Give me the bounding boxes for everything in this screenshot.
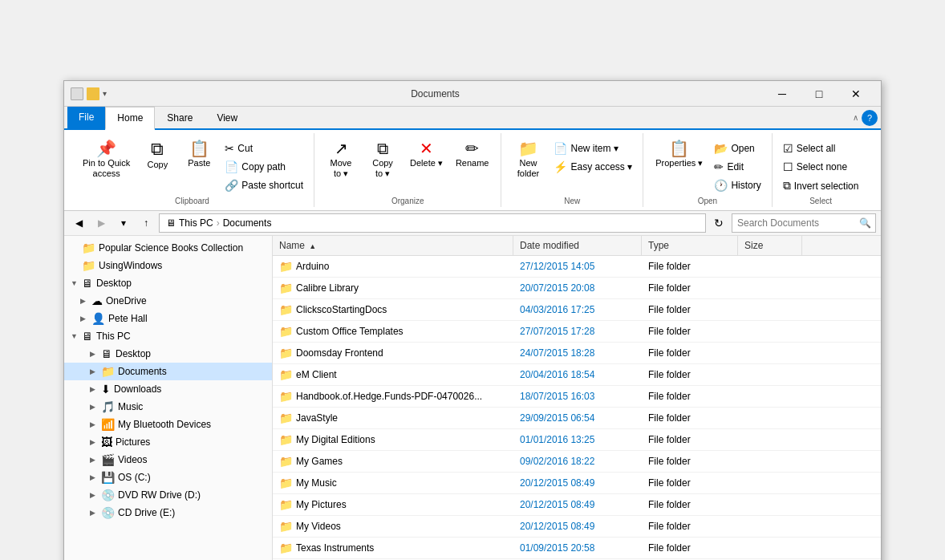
paste-button[interactable]: 📋 Paste bbox=[179, 136, 219, 172]
open-buttons: 📋 Properties ▾ 📂 Open ✏ Edit 🕐 History bbox=[650, 133, 765, 195]
expand-icon: ▶ bbox=[90, 473, 99, 481]
nav-label: Videos bbox=[118, 454, 147, 465]
nav-item-downloads[interactable]: ▶ ⬇ Downloads bbox=[64, 380, 272, 398]
folder-icon: 📁 bbox=[101, 365, 115, 378]
properties-button[interactable]: 📋 Properties ▾ bbox=[650, 136, 708, 172]
table-row[interactable]: 📁 Calibre Library 20/07/2015 20:08 File … bbox=[273, 278, 881, 299]
close-button[interactable]: ✕ bbox=[838, 81, 874, 107]
tab-file[interactable]: File bbox=[67, 107, 105, 128]
table-row[interactable]: 📁 eM Client 20/04/2016 18:54 File folder bbox=[273, 364, 881, 386]
table-row[interactable]: 📁 Doomsday Frontend 24/07/2015 18:28 Fil… bbox=[273, 343, 881, 364]
new-item-button[interactable]: 📄 New item ▾ bbox=[550, 140, 636, 157]
table-row[interactable]: 📁 Arduino 27/12/2015 14:05 File folder bbox=[273, 256, 881, 278]
invert-selection-button[interactable]: ⧉ Invert selection bbox=[779, 177, 863, 195]
table-row[interactable]: 📁 Texas Instruments 01/09/2015 20:58 Fil… bbox=[273, 538, 881, 559]
nav-item-desktop-root[interactable]: ▼ 🖥 Desktop bbox=[64, 274, 272, 292]
expand-icon: ▶ bbox=[80, 314, 90, 323]
select-all-button[interactable]: ☑ Select all bbox=[779, 140, 863, 157]
history-button[interactable]: 🕐 History bbox=[710, 177, 765, 194]
table-row[interactable]: 📁 My Games 09/02/2016 18:22 File folder bbox=[273, 451, 881, 473]
nav-item-videos[interactable]: ▶ 🎬 Videos bbox=[64, 451, 272, 469]
edit-button[interactable]: ✏ Edit bbox=[710, 158, 765, 176]
column-header-date[interactable]: Date modified bbox=[513, 236, 642, 255]
table-row[interactable]: 📁 My Digital Editions 01/01/2016 13:25 F… bbox=[273, 429, 881, 451]
address-path[interactable]: 🖥 This PC › Documents bbox=[159, 213, 706, 233]
tab-home[interactable]: Home bbox=[105, 107, 155, 130]
ribbon-group-clipboard: 📌 Pin to Quickaccess ⧉ Copy 📋 Paste ✂ Cu… bbox=[71, 133, 314, 207]
file-name-cell: 📁 Custom Office Templates bbox=[273, 323, 513, 340]
ribbon-collapse-icon[interactable]: ∧ bbox=[853, 113, 858, 122]
column-header-name[interactable]: Name ▲ bbox=[273, 236, 513, 255]
tab-view[interactable]: View bbox=[205, 107, 249, 128]
file-name-cell: 📁 Calibre Library bbox=[273, 279, 513, 297]
nav-label: Pete Hall bbox=[108, 313, 148, 324]
path-icon: 🖥 bbox=[166, 217, 176, 229]
table-row[interactable]: 📁 My Videos 20/12/2015 08:49 File folder bbox=[273, 516, 881, 538]
table-row[interactable]: 📁 Custom Office Templates 27/07/2015 17:… bbox=[273, 321, 881, 343]
rename-button[interactable]: ✏ Rename bbox=[450, 136, 495, 172]
nav-item-using-windows[interactable]: 📁 UsingWindows bbox=[64, 257, 272, 274]
open-small-buttons: 📂 Open ✏ Edit 🕐 History bbox=[710, 136, 765, 194]
nav-item-desktop-sub[interactable]: ▶ 🖥 Desktop bbox=[64, 345, 272, 363]
table-row[interactable]: 📁 Handbook.of.Hedge.Funds-PDF-0470026...… bbox=[273, 386, 881, 408]
properties-label: Properties ▾ bbox=[655, 158, 703, 168]
nav-item-pete-hall[interactable]: ▶ 👤 Pete Hall bbox=[64, 310, 272, 327]
expand-icon: ▼ bbox=[71, 332, 80, 340]
nav-item-onedrive[interactable]: ▶ ☁ OneDrive bbox=[64, 292, 272, 310]
file-name: My Videos bbox=[296, 521, 341, 532]
copy-path-button[interactable]: 📄 Copy path bbox=[221, 158, 307, 176]
up-button[interactable]: ↑ bbox=[136, 213, 156, 233]
nav-item-this-pc[interactable]: ▼ 🖥 This PC bbox=[64, 327, 272, 345]
tab-share[interactable]: Share bbox=[155, 107, 205, 128]
window-title: Documents bbox=[107, 88, 764, 99]
select-none-button[interactable]: ☐ Select none bbox=[779, 158, 863, 176]
paste-icon: 📋 bbox=[189, 140, 209, 156]
column-header-size[interactable]: Size bbox=[738, 236, 802, 255]
nav-item-pictures[interactable]: ▶ 🖼 Pictures bbox=[64, 433, 272, 451]
easy-access-button[interactable]: ⚡ Easy access ▾ bbox=[550, 158, 636, 176]
back-button[interactable]: ◀ bbox=[69, 213, 88, 233]
file-name-cell: 📁 My Digital Editions bbox=[273, 431, 513, 448]
table-row[interactable]: 📁 My Music 20/12/2015 08:49 File folder bbox=[273, 473, 881, 494]
bluetooth-icon: 📶 bbox=[101, 418, 115, 431]
search-input[interactable] bbox=[732, 213, 876, 233]
file-date-cell: 24/07/2015 18:28 bbox=[513, 345, 642, 361]
nav-item-cd-e[interactable]: ▶ 💿 CD Drive (E:) bbox=[64, 504, 272, 521]
clipboard-buttons: 📌 Pin to Quickaccess ⧉ Copy 📋 Paste ✂ Cu… bbox=[77, 133, 307, 195]
table-row[interactable]: 📁 My Pictures 20/12/2015 08:49 File fold… bbox=[273, 494, 881, 516]
maximize-button[interactable]: □ bbox=[801, 81, 838, 107]
path-documents: Documents bbox=[223, 217, 272, 229]
minimize-button[interactable]: ─ bbox=[764, 81, 801, 107]
copy-to-label: Copyto ▾ bbox=[372, 158, 393, 179]
open-file-button[interactable]: 📂 Open bbox=[710, 140, 765, 157]
nav-label: Music bbox=[118, 401, 143, 412]
refresh-button[interactable]: ↻ bbox=[709, 213, 728, 233]
nav-item-music[interactable]: ▶ 🎵 Music bbox=[64, 398, 272, 416]
copy-to-button[interactable]: ⧉ Copyto ▾ bbox=[363, 136, 403, 183]
organize-buttons: ↗ Moveto ▾ ⧉ Copyto ▾ ✕ Delete ▾ ✏ Renam… bbox=[321, 133, 494, 195]
recent-locations-button[interactable]: ▾ bbox=[114, 213, 133, 233]
move-to-button[interactable]: ↗ Moveto ▾ bbox=[321, 136, 361, 183]
pin-to-quick-access-button[interactable]: 📌 Pin to Quickaccess bbox=[77, 136, 136, 183]
file-name: Arduino bbox=[296, 261, 329, 272]
file-type-icon: 📁 bbox=[279, 498, 293, 511]
file-date-cell: 29/09/2015 06:54 bbox=[513, 410, 642, 426]
delete-button[interactable]: ✕ Delete ▾ bbox=[404, 136, 448, 172]
forward-button[interactable]: ▶ bbox=[91, 213, 111, 233]
cut-button[interactable]: ✂ Cut bbox=[221, 140, 307, 157]
nav-item-dvd-d[interactable]: ▶ 💿 DVD RW Drive (D:) bbox=[64, 486, 272, 504]
ribbon-group-organize: ↗ Moveto ▾ ⧉ Copyto ▾ ✕ Delete ▾ ✏ Renam… bbox=[314, 133, 501, 207]
table-row[interactable]: 📁 JavaStyle 29/09/2015 06:54 File folder bbox=[273, 408, 881, 429]
table-row[interactable]: 📁 ClickscoStartingDocs 04/03/2016 17:25 … bbox=[273, 299, 881, 321]
help-button[interactable]: ? bbox=[862, 110, 878, 126]
paste-shortcut-button[interactable]: 🔗 Paste shortcut bbox=[221, 177, 307, 194]
nav-item-documents[interactable]: ▶ 📁 Documents bbox=[64, 363, 272, 380]
nav-item-os-c[interactable]: ▶ 💾 OS (C:) bbox=[64, 469, 272, 486]
nav-item-bluetooth[interactable]: ▶ 📶 My Bluetooth Devices bbox=[64, 416, 272, 433]
column-header-type[interactable]: Type bbox=[642, 236, 738, 255]
new-folder-button[interactable]: 📁 Newfolder bbox=[508, 136, 548, 183]
copy-button[interactable]: ⧉ Copy bbox=[137, 136, 177, 174]
nav-label: This PC bbox=[96, 331, 131, 342]
nav-item-popular-science[interactable]: 📁 Popular Science Books Collection bbox=[64, 239, 272, 257]
easy-access-label: Easy access ▾ bbox=[570, 161, 632, 172]
